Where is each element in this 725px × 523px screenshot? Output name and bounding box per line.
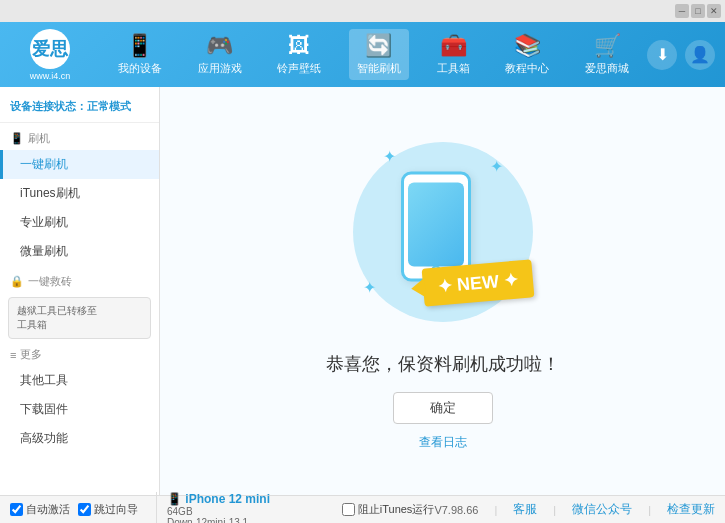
confirm-button[interactable]: 确定 bbox=[393, 392, 493, 424]
nav-apps[interactable]: 🎮 应用游戏 bbox=[190, 29, 250, 80]
content-area: ✦ ✦ ✦ ✦ NEW ✦ 恭喜您，保资料刷机成功啦！ 确定 查看日志 bbox=[160, 87, 725, 495]
sparkle-3: ✦ bbox=[363, 278, 376, 297]
toolbox-icon: 🧰 bbox=[440, 33, 467, 59]
user-button[interactable]: 👤 bbox=[685, 40, 715, 70]
flash-section-label: 刷机 bbox=[28, 131, 50, 146]
nav-tutorials[interactable]: 📚 教程中心 bbox=[497, 29, 557, 80]
nav-store[interactable]: 🛒 爱思商城 bbox=[577, 29, 637, 80]
phone-screen bbox=[408, 182, 464, 266]
section-rescue-title: 🔒 一键救砖 bbox=[0, 270, 159, 293]
nav-toolbox-label: 工具箱 bbox=[437, 61, 470, 76]
device-icon: 📱 bbox=[167, 492, 182, 506]
sparkle-1: ✦ bbox=[383, 147, 396, 166]
logo-subtitle: www.i4.cn bbox=[30, 71, 71, 81]
sidebar-item-one-click[interactable]: 一键刷机 bbox=[0, 150, 159, 179]
sidebar: 设备连接状态：正常模式 📱 刷机 一键刷机 iTunes刷机 专业刷机 微量刷机… bbox=[0, 87, 160, 495]
skip-wizard-label: 跳过向导 bbox=[94, 502, 138, 517]
auto-launch-input[interactable] bbox=[10, 503, 23, 516]
device-info: 📱 iPhone 12 mini 64GB Down-12mini-13,1 bbox=[156, 492, 270, 524]
download-button[interactable]: ⬇ bbox=[647, 40, 677, 70]
nav-apps-label: 应用游戏 bbox=[198, 61, 242, 76]
bottom-right: V7.98.66 | 客服 | 微信公众号 | 检查更新 bbox=[434, 501, 715, 518]
nav-store-label: 爱思商城 bbox=[585, 61, 629, 76]
status-value: 正常模式 bbox=[87, 100, 131, 112]
support-link[interactable]: 客服 bbox=[513, 501, 537, 518]
nav-wallpaper[interactable]: 🖼 铃声壁纸 bbox=[269, 29, 329, 80]
close-button[interactable]: ✕ bbox=[707, 4, 721, 18]
maximize-button[interactable]: □ bbox=[691, 4, 705, 18]
skip-wizard-checkbox[interactable]: 跳过向导 bbox=[78, 502, 138, 517]
more-label: 更多 bbox=[20, 347, 42, 362]
minimize-button[interactable]: ─ bbox=[675, 4, 689, 18]
sidebar-item-itunes-flash[interactable]: iTunes刷机 bbox=[0, 179, 159, 208]
sidebar-item-data-flash[interactable]: 微量刷机 bbox=[0, 237, 159, 266]
my-device-icon: 📱 bbox=[126, 33, 153, 59]
sidebar-item-other-tools[interactable]: 其他工具 bbox=[0, 366, 159, 395]
tutorials-icon: 📚 bbox=[514, 33, 541, 59]
check-update-link[interactable]: 检查更新 bbox=[667, 501, 715, 518]
nav-my-device-label: 我的设备 bbox=[118, 61, 162, 76]
skip-wizard-input[interactable] bbox=[78, 503, 91, 516]
rescue-label: 一键救砖 bbox=[28, 274, 72, 289]
itunes-stop-checkbox[interactable] bbox=[342, 503, 355, 516]
store-icon: 🛒 bbox=[594, 33, 621, 59]
nav-bar: 📱 我的设备 🎮 应用游戏 🖼 铃声壁纸 🔄 智能刷机 🧰 工具箱 📚 教程中心… bbox=[100, 29, 647, 80]
itunes-stop-label: 阻止iTunes运行 bbox=[358, 502, 435, 517]
flash-section-icon: 📱 bbox=[10, 132, 24, 145]
logo-icon: 爱思 bbox=[30, 29, 70, 69]
wallpaper-icon: 🖼 bbox=[288, 33, 310, 59]
sidebar-item-advanced[interactable]: 高级功能 bbox=[0, 424, 159, 453]
device-storage: 64GB bbox=[167, 506, 270, 517]
logo: 爱思 www.i4.cn bbox=[10, 29, 90, 81]
more-icon: ≡ bbox=[10, 349, 16, 361]
sidebar-section-rescue: 🔒 一键救砖 越狱工具已转移至工具箱 bbox=[0, 270, 159, 339]
itunes-stop[interactable]: 阻止iTunes运行 bbox=[342, 502, 435, 517]
nav-toolbox[interactable]: 🧰 工具箱 bbox=[429, 29, 478, 80]
bottom-left: 自动激活 跳过向导 📱 iPhone 12 mini 64GB Down-12m… bbox=[10, 492, 342, 524]
sidebar-section-more: ≡ 更多 其他工具 下载固件 高级功能 bbox=[0, 343, 159, 453]
sidebar-item-pro-flash[interactable]: 专业刷机 bbox=[0, 208, 159, 237]
section-more-title: ≡ 更多 bbox=[0, 343, 159, 366]
main: 设备连接状态：正常模式 📱 刷机 一键刷机 iTunes刷机 专业刷机 微量刷机… bbox=[0, 87, 725, 495]
success-text: 恭喜您，保资料刷机成功啦！ bbox=[326, 352, 560, 376]
nav-my-device[interactable]: 📱 我的设备 bbox=[110, 29, 170, 80]
auto-launch-checkbox[interactable]: 自动激活 bbox=[10, 502, 70, 517]
sidebar-item-download-firmware[interactable]: 下载固件 bbox=[0, 395, 159, 424]
nav-smart-flash[interactable]: 🔄 智能刷机 bbox=[349, 29, 409, 80]
header: 爱思 www.i4.cn 📱 我的设备 🎮 应用游戏 🖼 铃声壁纸 🔄 智能刷机… bbox=[0, 22, 725, 87]
apps-icon: 🎮 bbox=[206, 33, 233, 59]
view-log-link[interactable]: 查看日志 bbox=[419, 434, 467, 451]
bottom-bar: 自动激活 跳过向导 📱 iPhone 12 mini 64GB Down-12m… bbox=[0, 495, 725, 523]
nav-tutorials-label: 教程中心 bbox=[505, 61, 549, 76]
header-right: ⬇ 👤 bbox=[647, 40, 715, 70]
status-label: 设备连接状态： bbox=[10, 100, 87, 112]
version-label: V7.98.66 bbox=[434, 504, 478, 516]
device-status: 设备连接状态：正常模式 bbox=[0, 95, 159, 123]
rescue-notice: 越狱工具已转移至工具箱 bbox=[8, 297, 151, 339]
wechat-link[interactable]: 微信公众号 bbox=[572, 501, 632, 518]
phone-illustration: ✦ ✦ ✦ ✦ NEW ✦ bbox=[343, 132, 543, 332]
sparkle-2: ✦ bbox=[490, 157, 503, 176]
rescue-icon: 🔒 bbox=[10, 275, 24, 288]
device-model: Down-12mini-13,1 bbox=[167, 517, 270, 524]
section-flash-title: 📱 刷机 bbox=[0, 127, 159, 150]
sidebar-section-flash: 📱 刷机 一键刷机 iTunes刷机 专业刷机 微量刷机 bbox=[0, 127, 159, 266]
auto-launch-label: 自动激活 bbox=[26, 502, 70, 517]
device-name: 📱 iPhone 12 mini bbox=[167, 492, 270, 506]
nav-smart-flash-label: 智能刷机 bbox=[357, 61, 401, 76]
title-bar: ─ □ ✕ bbox=[0, 0, 725, 22]
nav-wallpaper-label: 铃声壁纸 bbox=[277, 61, 321, 76]
smart-flash-icon: 🔄 bbox=[365, 33, 392, 59]
